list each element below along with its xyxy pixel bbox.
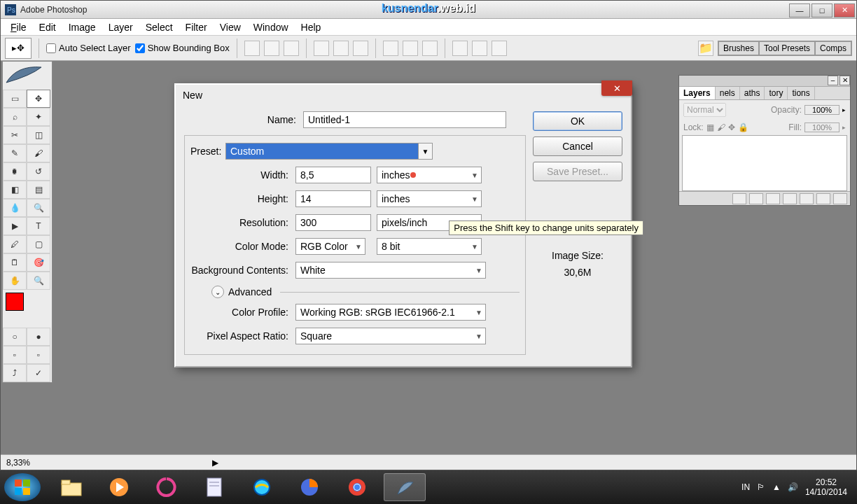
menu-filter[interactable]: Filter (180, 20, 213, 34)
wand-tool[interactable]: ✦ (27, 108, 50, 126)
clock[interactable]: 20:52 14/10/2014 (805, 477, 847, 498)
taskbar-app1-icon[interactable] (146, 473, 188, 501)
healing-tool[interactable]: ✎ (3, 144, 27, 162)
zoom-level[interactable]: 8,33% (6, 458, 30, 468)
menu-layer[interactable]: Layer (103, 20, 139, 34)
jump-to-button[interactable]: ⤴ (3, 364, 27, 382)
close-button[interactable]: ✕ (834, 4, 855, 18)
marquee-tool[interactable]: ▭ (3, 90, 27, 108)
gradient-tool[interactable]: ▤ (27, 181, 50, 199)
language-indicator[interactable]: IN (741, 482, 750, 492)
menu-image[interactable]: Image (63, 20, 102, 34)
tray-volume-icon[interactable]: 🔊 (788, 482, 798, 492)
new-layer-icon[interactable] (816, 193, 830, 204)
name-field[interactable] (303, 111, 506, 128)
menu-window[interactable]: Window (248, 20, 294, 34)
menu-file[interactable]: File (5, 20, 32, 34)
status-arrow-icon[interactable]: ▶ (212, 458, 218, 468)
advanced-toggle[interactable]: ⌄ (211, 286, 224, 298)
show-bounding-box-checkbox[interactable]: Show Bounding Box (135, 43, 230, 53)
link-layers-icon[interactable] (732, 193, 746, 204)
type-tool[interactable]: T (27, 217, 50, 235)
blur-tool[interactable]: 💧 (3, 199, 27, 217)
align-left-button[interactable] (314, 41, 329, 56)
distribute-left-button[interactable] (452, 41, 468, 56)
menu-help[interactable]: Help (295, 20, 327, 34)
tab-tool-presets[interactable]: Tool Presets (759, 41, 815, 55)
new-group-icon[interactable] (800, 193, 814, 204)
distribute-top-button[interactable] (383, 41, 398, 56)
ok-button[interactable]: OK (533, 111, 622, 131)
imageready-button[interactable]: ✓ (27, 364, 50, 382)
bgcontents-select[interactable]: White▼ (295, 262, 486, 279)
taskbar-chrome-icon[interactable] (336, 473, 378, 501)
hand-tool[interactable]: ✋ (3, 272, 27, 290)
taskbar-mediaplayer-icon[interactable] (98, 473, 140, 501)
start-button[interactable] (4, 473, 41, 501)
stamp-tool[interactable]: ⧯ (3, 162, 27, 181)
eraser-tool[interactable]: ◧ (3, 181, 27, 199)
tab-brushes[interactable]: Brushes (718, 41, 759, 55)
preset-dropdown-arrow[interactable]: ▼ (419, 143, 433, 160)
move-tool[interactable]: ✥ (27, 90, 50, 108)
width-unit-select[interactable]: inches▼ (377, 167, 482, 183)
path-select-tool[interactable]: ▶ (3, 217, 27, 235)
menu-select[interactable]: Select (140, 20, 179, 34)
tray-flag-icon[interactable]: 🏳 (757, 482, 765, 492)
height-unit-select[interactable]: inches▼ (377, 190, 482, 207)
taskbar-notepad-icon[interactable] (193, 473, 235, 501)
adjustment-layer-icon[interactable] (783, 193, 797, 204)
foreground-color[interactable] (6, 293, 24, 311)
slice-tool[interactable]: ◫ (27, 126, 50, 144)
distribute-right-button[interactable] (492, 41, 507, 56)
tab-history[interactable]: tory (765, 87, 788, 99)
maximize-button[interactable]: □ (811, 4, 832, 18)
colormode-select[interactable]: RGB Color▼ (295, 238, 365, 255)
distribute-hcenter-button[interactable] (472, 41, 487, 56)
lasso-tool[interactable]: ⌕ (3, 108, 27, 126)
tray-chevron-icon[interactable]: ▲ (772, 482, 781, 492)
align-top-button[interactable] (244, 41, 260, 56)
quickmask-on[interactable]: ● (27, 328, 50, 346)
distribute-bottom-button[interactable] (422, 41, 438, 56)
shape-tool[interactable]: ▢ (27, 235, 50, 253)
eyedropper-tool[interactable]: 🎯 (27, 253, 50, 272)
width-field[interactable] (295, 167, 371, 183)
current-tool-icon[interactable]: ▸✥ (5, 38, 32, 59)
colordepth-select[interactable]: 8 bit▼ (377, 238, 482, 255)
panel-minimize-button[interactable]: – (828, 76, 838, 85)
height-field[interactable] (295, 190, 371, 207)
taskbar-firefox-icon[interactable] (288, 473, 330, 501)
history-brush-tool[interactable]: ↺ (27, 162, 50, 181)
menu-view[interactable]: View (214, 20, 246, 34)
taskbar-explorer-icon[interactable] (50, 473, 92, 501)
dialog-close-button[interactable]: ✕ (601, 80, 632, 96)
layer-style-icon[interactable] (749, 193, 763, 204)
panel-close-button[interactable]: ✕ (839, 76, 850, 85)
align-right-button[interactable] (353, 41, 368, 56)
auto-select-checkbox[interactable]: Auto Select Layer (46, 43, 131, 53)
layers-list[interactable] (682, 135, 847, 191)
align-bottom-button[interactable] (284, 41, 299, 56)
tab-comps[interactable]: Comps (815, 41, 851, 55)
resolution-field[interactable] (295, 214, 371, 231)
taskbar-photoshop-icon[interactable] (384, 473, 426, 501)
screenmode-1[interactable]: ▫ (3, 346, 27, 364)
crop-tool[interactable]: ✂ (3, 126, 27, 144)
colorprofile-select[interactable]: Working RGB: sRGB IEC61966-2.1▼ (295, 304, 486, 321)
save-preset-button[interactable]: Save Preset... (533, 162, 622, 181)
brush-tool[interactable]: 🖌 (27, 144, 50, 162)
align-vcenter-button[interactable] (264, 41, 279, 56)
par-select[interactable]: Square▼ (295, 328, 486, 344)
taskbar-ie-icon[interactable] (241, 473, 283, 501)
tab-channels[interactable]: nels (716, 87, 740, 99)
dodge-tool[interactable]: 🔍 (27, 199, 50, 217)
align-hcenter-button[interactable] (333, 41, 349, 56)
lock-transparency-icon[interactable]: ▦ (706, 122, 714, 132)
distribute-vcenter-button[interactable] (403, 41, 418, 56)
opacity-value[interactable]: 100% (804, 105, 839, 115)
delete-layer-icon[interactable] (833, 193, 847, 204)
blend-mode-select[interactable]: Normal (683, 103, 726, 117)
zoom-tool[interactable]: 🔍 (27, 272, 50, 290)
cancel-button[interactable]: Cancel (533, 136, 622, 156)
